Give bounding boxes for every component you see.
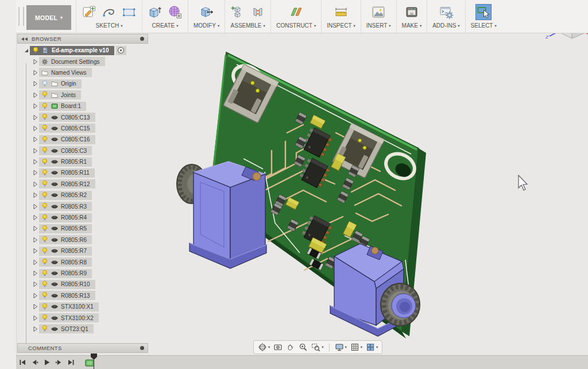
scripts-addins-icon[interactable] (439, 5, 454, 20)
tree-row-c0805-c16[interactable]: C0805:C16 (17, 134, 148, 145)
spline-icon[interactable] (102, 5, 117, 20)
zoom-button[interactable] (299, 343, 308, 352)
panel-options-icon[interactable] (140, 37, 144, 41)
pan-button[interactable] (286, 343, 295, 352)
tree-row-stx3100-x1[interactable]: STX3100:X1 (17, 301, 148, 312)
tree-item[interactable]: SOT23:Q1 (39, 324, 94, 333)
toolbar-menu-modify[interactable]: MODIFY▾ (194, 22, 219, 29)
tree-item[interactable]: R0805:R2 (39, 191, 92, 200)
tree-item[interactable]: R0805:R13 (39, 291, 95, 300)
go-to-end-button[interactable] (67, 358, 75, 366)
construct-plane-icon[interactable] (289, 5, 304, 20)
chevron-down-icon[interactable]: ▾ (361, 345, 362, 349)
visibility-bulb-on-icon[interactable] (41, 236, 48, 244)
visibility-bulb-on-icon[interactable] (41, 102, 48, 110)
visibility-bulb-on-icon[interactable] (41, 325, 48, 333)
visibility-bulb-on-icon[interactable] (41, 136, 48, 144)
press-pull-icon[interactable] (199, 5, 214, 20)
tree-row-ed-amp-example-v10[interactable]: Ed-amp-example v10 (17, 45, 148, 56)
expander-icon[interactable] (32, 136, 39, 143)
expander-icon[interactable] (32, 80, 39, 87)
tree-item[interactable]: Document Settings (39, 57, 105, 66)
expander-icon[interactable] (32, 225, 39, 232)
expander-icon[interactable] (32, 91, 39, 99)
visibility-bulb-on-icon[interactable] (41, 202, 48, 210)
tree-item[interactable]: R0805:R11 (39, 168, 95, 178)
comments-header[interactable]: COMMENTS (17, 343, 148, 353)
insert-image-icon[interactable] (371, 5, 386, 20)
tree-item[interactable]: R0805:R5 (39, 224, 92, 233)
viewports-button[interactable]: ▾ (366, 343, 378, 352)
chevron-down-icon[interactable]: ▾ (322, 345, 323, 349)
rectangle-icon[interactable] (122, 5, 137, 20)
tree-item[interactable]: C0805:C16 (39, 135, 95, 144)
visibility-bulb-on-icon[interactable] (41, 158, 48, 166)
toolbar-menu-inspect[interactable]: INSPECT▾ (327, 22, 355, 29)
tree-item[interactable]: R0805:R6 (39, 235, 92, 244)
expander-icon[interactable] (32, 147, 39, 155)
tree-row-r0805-r9[interactable]: R0805:R9 (17, 268, 148, 279)
tree-row-r0805-r5[interactable]: R0805:R5 (17, 223, 148, 234)
expander-icon[interactable] (32, 270, 39, 277)
expander-icon[interactable] (32, 259, 39, 266)
tree-item[interactable]: C0805:C15 (39, 124, 95, 133)
tree-item[interactable]: R0805:R3 (39, 202, 92, 211)
visibility-bulb-off-icon[interactable] (41, 80, 48, 88)
play-button[interactable] (43, 358, 51, 366)
visibility-bulb-on-icon[interactable] (41, 303, 48, 311)
workspace-switcher[interactable]: MODEL ▾ (26, 5, 71, 30)
visibility-bulb-on-icon[interactable] (41, 291, 48, 299)
tree-row-r0805-r6[interactable]: R0805:R6 (17, 235, 148, 245)
visibility-bulb-on-icon[interactable] (32, 47, 39, 55)
expander-icon[interactable] (32, 280, 39, 288)
tree-item[interactable]: Origin (39, 79, 82, 89)
step-forward-button[interactable] (55, 358, 63, 366)
expander-icon[interactable] (32, 102, 39, 110)
toolbar-menu-sketch[interactable]: SKETCH▾ (96, 22, 123, 29)
visibility-bulb-on-icon[interactable] (41, 113, 48, 121)
visibility-bulb-on-icon[interactable] (41, 225, 48, 233)
tree-row-c0805-c3[interactable]: C0805:C3 (17, 145, 148, 156)
tree-item[interactable]: STX3100:X1 (39, 302, 99, 312)
visibility-bulb-on-icon[interactable] (41, 280, 48, 289)
tree-row-r0805-r11[interactable]: R0805:R11 (17, 167, 148, 178)
visibility-bulb-on-icon[interactable] (41, 258, 48, 266)
toolbar-menu-assemble[interactable]: ASSEMBLE▾ (231, 22, 265, 29)
window-zoom-button[interactable]: ▾ (311, 343, 323, 352)
expander-icon[interactable] (32, 314, 39, 322)
create-sketch-icon[interactable] (82, 5, 96, 20)
grid-settings-button[interactable]: ▾ (350, 343, 362, 352)
tree-item[interactable]: Named Views (39, 68, 92, 77)
tree-row-origin[interactable]: Origin (17, 78, 148, 89)
tree-item[interactable]: STX3100:X2 (39, 313, 99, 322)
expander-icon[interactable] (32, 158, 39, 166)
toolbar-menu-construct[interactable]: CONSTRUCT▾ (276, 22, 316, 29)
expander-icon[interactable] (32, 69, 39, 76)
expander-icon[interactable] (32, 203, 39, 210)
collapse-panel-icon[interactable] (21, 37, 28, 41)
tree-row-r0805-r12[interactable]: R0805:R12 (17, 179, 148, 190)
expander-icon[interactable] (32, 292, 39, 299)
tree-item[interactable]: Board:1 (39, 102, 86, 111)
tree-item[interactable]: Joints (39, 90, 81, 99)
chevron-down-icon[interactable]: ▾ (376, 345, 378, 349)
browser-header[interactable]: BROWSER (17, 34, 148, 44)
expander-icon[interactable] (32, 169, 39, 176)
step-back-button[interactable] (31, 358, 38, 366)
tree-item[interactable]: C0805:C13 (39, 113, 95, 122)
tree-row-r0805-r2[interactable]: R0805:R2 (17, 190, 148, 201)
toolbar-menu-insert[interactable]: INSERT▾ (366, 22, 391, 29)
display-settings-button[interactable]: ▾ (335, 343, 347, 352)
tree-row-r0805-r3[interactable]: R0805:R3 (17, 201, 148, 212)
visibility-bulb-on-icon[interactable] (41, 247, 48, 255)
tree-item[interactable]: R0805:R1 (39, 157, 92, 167)
tree-row-r0805-r13[interactable]: R0805:R13 (17, 290, 148, 301)
go-to-start-button[interactable] (19, 358, 26, 366)
orbit-button[interactable]: ▾ (258, 343, 270, 352)
tree-row-r0805-r7[interactable]: R0805:R7 (17, 245, 148, 256)
tree-row-named-views[interactable]: Named Views (17, 67, 148, 78)
tree-row-r0805-r8[interactable]: R0805:R8 (17, 256, 148, 267)
visibility-bulb-on-icon[interactable] (41, 91, 48, 99)
expander-icon[interactable] (32, 114, 39, 121)
visibility-bulb-on-icon[interactable] (41, 214, 48, 222)
